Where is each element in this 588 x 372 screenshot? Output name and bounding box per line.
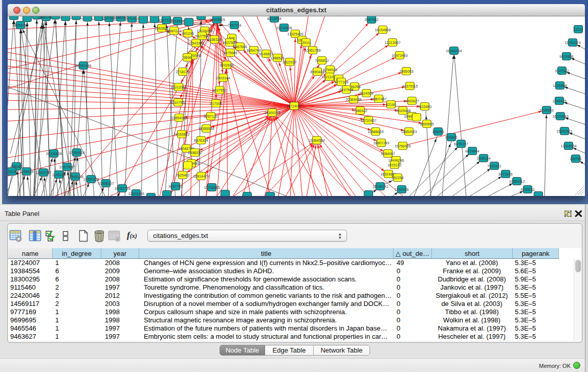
svg-text:2935114: 2935114 — [477, 157, 491, 160]
svg-text:16136141: 16136141 — [372, 185, 388, 188]
svg-text:116753: 116753 — [570, 157, 582, 161]
svg-text:2087682: 2087682 — [364, 18, 378, 21]
svg-text:10654112: 10654112 — [509, 180, 525, 183]
svg-text:8267130: 8267130 — [204, 115, 217, 118]
svg-text:10958107: 10958107 — [98, 182, 114, 185]
svg-text:12213967: 12213967 — [384, 41, 400, 45]
svg-text:1388520: 1388520 — [270, 56, 284, 60]
svg-text:3875685: 3875685 — [223, 51, 237, 55]
svg-text:12942737: 12942737 — [35, 171, 51, 174]
svg-text:12375115: 12375115 — [402, 84, 418, 88]
svg-text:1733426: 1733426 — [395, 188, 408, 191]
svg-text:19654923: 19654923 — [401, 130, 417, 134]
svg-text:18807249: 18807249 — [373, 141, 389, 145]
svg-text:16914479: 16914479 — [193, 174, 209, 178]
svg-text:16210643: 16210643 — [552, 115, 568, 118]
svg-text:6479197: 6479197 — [454, 142, 468, 146]
svg-text:6498222: 6498222 — [188, 151, 202, 155]
svg-text:12505135: 12505135 — [67, 175, 83, 179]
svg-text:1244415: 1244415 — [552, 99, 566, 103]
svg-text:9227342: 9227342 — [555, 69, 569, 73]
svg-text:62160: 62160 — [386, 103, 396, 106]
svg-text:1145194: 1145194 — [52, 173, 66, 177]
svg-text:9146821: 9146821 — [259, 52, 273, 56]
svg-text:10807487: 10807487 — [371, 97, 386, 101]
svg-text:17357225: 17357225 — [83, 178, 99, 181]
svg-text:16154808: 16154808 — [375, 28, 390, 32]
svg-text:19166822: 19166822 — [173, 133, 189, 136]
svg-text:164095: 164095 — [432, 130, 444, 134]
svg-text:12213369: 12213369 — [170, 85, 186, 89]
svg-text:20053346: 20053346 — [75, 64, 91, 68]
svg-text:10973493: 10973493 — [391, 54, 407, 57]
svg-text:3824554: 3824554 — [359, 92, 373, 95]
svg-text:3822037: 3822037 — [282, 60, 296, 64]
svg-text:10025438: 10025438 — [395, 109, 410, 113]
svg-text:10961758: 10961758 — [304, 49, 320, 52]
svg-text:19756928: 19756928 — [395, 144, 410, 148]
svg-text:9896: 9896 — [183, 56, 191, 59]
svg-text:3919: 3919 — [8, 170, 16, 173]
svg-text:9474444: 9474444 — [465, 149, 479, 153]
svg-text:891295: 891295 — [182, 32, 193, 35]
svg-text:9777169: 9777169 — [334, 80, 348, 84]
svg-text:8660123: 8660123 — [167, 29, 181, 33]
svg-text:2867608: 2867608 — [233, 45, 247, 49]
svg-text:8878334: 8878334 — [194, 139, 208, 142]
svg-text:9115460: 9115460 — [418, 105, 432, 108]
svg-text:917006: 917006 — [210, 102, 222, 105]
svg-text:9463627: 9463627 — [405, 99, 419, 103]
svg-text:2803144: 2803144 — [216, 76, 230, 80]
svg-text:13325419: 13325419 — [287, 32, 303, 36]
svg-text:9457791: 9457791 — [168, 185, 182, 188]
svg-text:19654925: 19654925 — [171, 116, 187, 120]
svg-text:1615132: 1615132 — [387, 163, 401, 167]
svg-text:15692971: 15692971 — [556, 129, 572, 133]
svg-text:16648784: 16648784 — [446, 49, 462, 53]
svg-text:12923446: 12923446 — [128, 192, 144, 195]
svg-text:1209358: 1209358 — [553, 84, 567, 87]
svg-text:8454749: 8454749 — [247, 49, 260, 52]
svg-text:8990448: 8990448 — [310, 70, 324, 74]
svg-text:14055712: 14055712 — [12, 24, 28, 27]
svg-text:16033809: 16033809 — [209, 18, 225, 21]
svg-text:9327505: 9327505 — [223, 41, 236, 45]
svg-text:3215953: 3215953 — [539, 108, 553, 112]
svg-text:19384554: 19384554 — [309, 139, 324, 142]
svg-text:7625402: 7625402 — [176, 173, 189, 177]
svg-text:7465063: 7465063 — [399, 70, 413, 73]
svg-text:9245652: 9245652 — [520, 188, 534, 191]
svg-text:9242848: 9242848 — [220, 63, 233, 67]
svg-text:15300275: 15300275 — [264, 111, 280, 115]
svg-text:18724007: 18724007 — [286, 104, 302, 108]
svg-text:11124: 11124 — [574, 28, 583, 31]
svg-text:12355594: 12355594 — [198, 127, 214, 130]
svg-text:9084067: 9084067 — [381, 152, 395, 156]
svg-text:9327500: 9327500 — [195, 34, 209, 38]
svg-text:7986322: 7986322 — [353, 109, 367, 113]
svg-text:17016504: 17016504 — [560, 144, 576, 148]
svg-text:9899695: 9899695 — [420, 122, 433, 126]
svg-text:10688609: 10688609 — [367, 130, 383, 134]
svg-text:1071918: 1071918 — [125, 17, 139, 20]
svg-text:10107554: 10107554 — [170, 101, 186, 104]
svg-text:893892: 893892 — [445, 136, 457, 139]
svg-text:10975887: 10975887 — [59, 165, 75, 169]
svg-text:8813054: 8813054 — [267, 17, 281, 20]
svg-text:7955812: 7955812 — [315, 59, 329, 62]
svg-text:15716485: 15716485 — [204, 186, 220, 189]
svg-text:2718176: 2718176 — [176, 70, 189, 74]
svg-text:8186328: 8186328 — [207, 38, 221, 41]
svg-text:9329966: 9329966 — [559, 55, 573, 58]
svg-text:15720407: 15720407 — [360, 119, 376, 122]
svg-text:8427552: 8427552 — [212, 89, 226, 92]
svg-text:7515526: 7515526 — [170, 19, 184, 23]
svg-text:19218506: 19218506 — [276, 26, 292, 30]
svg-text:8471676: 8471676 — [498, 172, 512, 176]
svg-text:10543382: 10543382 — [188, 41, 204, 45]
svg-text:6497568: 6497568 — [339, 88, 353, 92]
svg-text:20206535: 20206535 — [46, 152, 61, 156]
svg-text:16782759: 16782759 — [114, 187, 130, 190]
svg-text:7632621: 7632621 — [487, 164, 501, 168]
svg-text:7357224: 7357224 — [227, 24, 241, 27]
